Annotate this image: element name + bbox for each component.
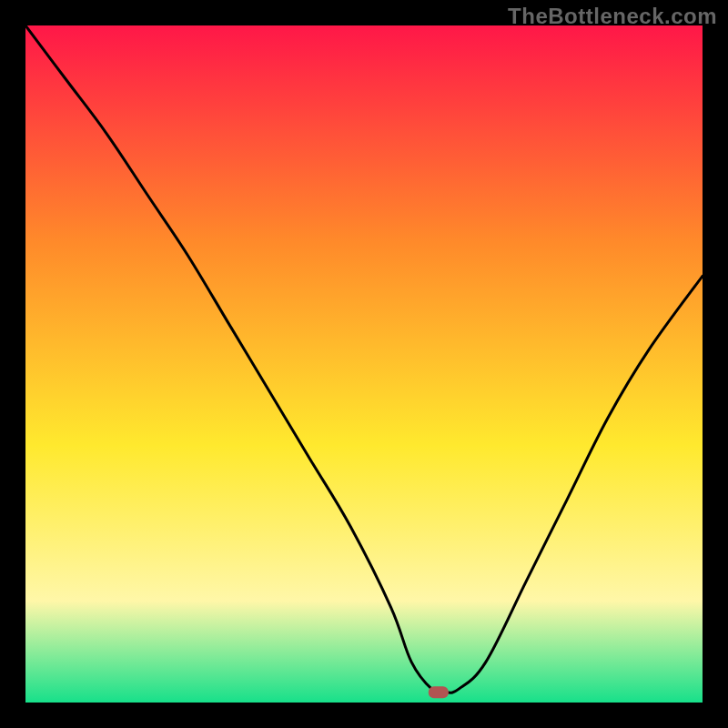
chart-plot-area: [25, 25, 703, 703]
chart-frame: TheBottleneck.com: [0, 0, 728, 728]
optimal-point-marker: [429, 686, 449, 698]
chart-background-gradient: [25, 25, 703, 703]
chart-svg: [25, 25, 703, 703]
